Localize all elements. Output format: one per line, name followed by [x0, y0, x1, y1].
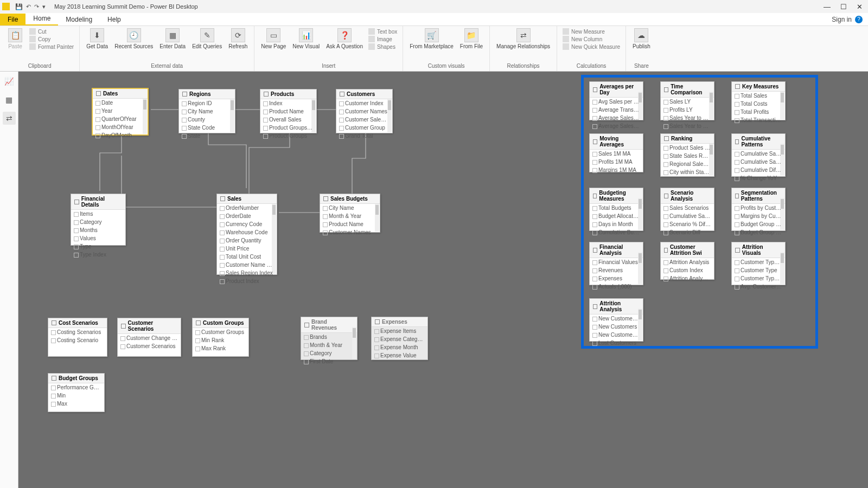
- table-header[interactable]: Segmentation Patterns: [732, 188, 785, 204]
- field-row[interactable]: Regional Sales Rank: [661, 160, 714, 168]
- new-column-button[interactable]: New Column: [563, 36, 620, 42]
- manage-relationships-button[interactable]: ⇄Manage Relationships: [493, 27, 553, 50]
- from-file-button[interactable]: 📁From File: [457, 27, 486, 50]
- field-row[interactable]: Product Groups: [260, 132, 316, 140]
- field-row[interactable]: QuarterOfYear: [93, 115, 148, 123]
- table-segmentation-patterns[interactable]: Segmentation PatternsProfits by Custom G…: [731, 188, 786, 231]
- from-marketplace-button[interactable]: 🛒From Marketplace: [406, 27, 457, 50]
- field-row[interactable]: Profits LY: [661, 106, 714, 114]
- table-dates[interactable]: DatesDateYearQuarterOfYearMonthOfYearDay…: [92, 88, 149, 136]
- field-row[interactable]: Brands: [301, 333, 357, 341]
- field-row[interactable]: Sales Scenarios: [661, 204, 714, 212]
- field-row[interactable]: Margins by Custom r: [732, 212, 785, 220]
- table-header[interactable]: Cumulative Patterns: [732, 134, 785, 150]
- table-header[interactable]: Financial Details: [71, 194, 125, 210]
- field-row[interactable]: Year: [93, 107, 148, 115]
- sign-in-link[interactable]: Sign in ?: [826, 14, 868, 25]
- field-row[interactable]: Avg. Customer Type: [732, 282, 785, 291]
- table-header[interactable]: Budgeting Measures: [590, 188, 643, 204]
- field-row[interactable]: DayOfMonth: [93, 131, 148, 139]
- field-row[interactable]: Sales Year to Date: [661, 114, 714, 122]
- field-row[interactable]: Warehouse Code: [217, 228, 277, 236]
- field-row[interactable]: Customer Scenarios: [118, 342, 181, 350]
- paste-button[interactable]: 📋Paste: [3, 27, 27, 50]
- field-row[interactable]: Unit Price: [217, 245, 277, 253]
- field-row[interactable]: Scenario Diff: [661, 228, 714, 236]
- table-header[interactable]: Time Comparison: [661, 82, 714, 98]
- field-row[interactable]: Revenues: [590, 266, 643, 274]
- field-row[interactable]: Grand Total: [336, 132, 392, 140]
- field-row[interactable]: Total Costs: [732, 100, 785, 108]
- field-row[interactable]: Attrition Analysis Type: [661, 274, 714, 282]
- field-row[interactable]: Cumulative Sales Sc: [661, 212, 714, 220]
- minimize-button[interactable]: —: [824, 3, 831, 11]
- table-header[interactable]: Financial Analysis: [590, 242, 643, 258]
- field-row[interactable]: Min: [48, 391, 104, 400]
- table-averages-per-day[interactable]: Averages per DayAvg Sales per DayAverage…: [589, 81, 643, 120]
- field-row[interactable]: Sales LY: [661, 98, 714, 106]
- field-row[interactable]: Overall Sales: [260, 115, 316, 124]
- tab-home[interactable]: Home: [25, 12, 58, 25]
- field-row[interactable]: Items: [71, 210, 125, 218]
- field-row[interactable]: State Sales Rank: [661, 152, 714, 160]
- new-quick-measure-button[interactable]: New Quick Measure: [563, 43, 620, 50]
- model-canvas[interactable]: DatesDateYearQuarterOfYearMonthOfYearDay…: [18, 72, 868, 488]
- field-row[interactable]: Average Sales per Cu: [590, 122, 643, 130]
- table-header[interactable]: Moving Averages: [590, 134, 643, 150]
- field-row[interactable]: Product Groups Ind: [260, 124, 316, 132]
- redo-icon[interactable]: ↷: [34, 3, 39, 10]
- field-row[interactable]: Min Rank: [193, 336, 248, 344]
- table-header[interactable]: Products: [260, 89, 316, 99]
- tab-help[interactable]: Help: [100, 14, 129, 25]
- table-time-comparison[interactable]: Time ComparisonSales LYProfits LYSales Y…: [660, 81, 714, 120]
- table-header[interactable]: Customer Scenarios: [118, 318, 181, 334]
- field-row[interactable]: Average Sales per M: [590, 114, 643, 122]
- new-page-button[interactable]: ▭New Page: [258, 27, 289, 50]
- field-row[interactable]: Budget Group Sales: [732, 220, 785, 228]
- field-row[interactable]: Average Transactions: [590, 106, 643, 114]
- field-row[interactable]: New Customers %: [590, 331, 643, 339]
- table-header[interactable]: Sales Budgets: [320, 194, 380, 204]
- get-data-button[interactable]: ⬇Get Data: [83, 27, 111, 50]
- field-row[interactable]: Cumulative Sales: [732, 150, 785, 158]
- table-header[interactable]: Dates: [93, 89, 148, 99]
- table-budget-groups[interactable]: Budget GroupsPerformance GroupsMinMax: [48, 373, 105, 412]
- table-header[interactable]: Cost Scenarios: [48, 318, 107, 328]
- image-button[interactable]: Image: [368, 36, 397, 42]
- field-row[interactable]: Margins 1M MA: [590, 166, 643, 174]
- table-header[interactable]: Regions: [179, 89, 235, 99]
- field-row[interactable]: New Customer Sales: [590, 314, 643, 323]
- table-customer-scenarios[interactable]: Customer ScenariosCustomer Change ScenCu…: [117, 318, 181, 357]
- field-row[interactable]: Category: [71, 218, 125, 226]
- table-header[interactable]: Customers: [336, 89, 392, 99]
- table-sales[interactable]: SalesOrderNumberOrderDateCurrency CodeWa…: [216, 194, 277, 275]
- field-row[interactable]: Total Budgets: [590, 204, 643, 212]
- field-row[interactable]: Expense Value: [372, 351, 427, 359]
- field-row[interactable]: Month & Year: [320, 212, 380, 220]
- field-row[interactable]: Expense Month: [372, 343, 427, 351]
- field-row[interactable]: Total Sales: [732, 92, 785, 100]
- field-row[interactable]: Budget Group Count: [732, 228, 785, 236]
- data-view-button[interactable]: ▦: [3, 93, 16, 106]
- field-row[interactable]: Customer Name Index: [217, 261, 277, 269]
- field-row[interactable]: Customer Groups: [193, 328, 248, 336]
- table-ranking[interactable]: RankingProduct Sales RankState Sales Ran…: [660, 133, 714, 177]
- table-header[interactable]: Custom Groups: [193, 318, 248, 328]
- table-header[interactable]: Scenario Analysis: [661, 188, 714, 204]
- field-row[interactable]: Expenses: [590, 274, 643, 282]
- table-expenses[interactable]: ExpensesExpense ItemsExpense CategoryExp…: [371, 317, 428, 360]
- table-brand-revenues[interactable]: Brand RevenuesBrandsMonth & YearCategory…: [301, 317, 358, 360]
- table-custom-groups[interactable]: Custom GroupsCustomer GroupsMin RankMax …: [192, 318, 249, 357]
- field-row[interactable]: New Customers: [590, 323, 643, 331]
- field-row[interactable]: Financial Values: [590, 258, 643, 266]
- field-row[interactable]: Months: [71, 226, 125, 234]
- field-row[interactable]: Total Unit Cost: [217, 253, 277, 261]
- field-row[interactable]: Product Index: [217, 277, 277, 285]
- field-row[interactable]: Attrition Analysis: [661, 258, 714, 266]
- field-row[interactable]: OrderDate: [217, 212, 277, 220]
- table-header[interactable]: Ranking: [661, 134, 714, 144]
- table-budgeting-measures[interactable]: Budgeting MeasuresTotal BudgetsBudget Al…: [589, 188, 643, 231]
- field-row[interactable]: Sales 1M MA: [590, 150, 643, 158]
- publish-button[interactable]: ☁Publish: [629, 27, 654, 50]
- table-header[interactable]: Sales: [217, 194, 277, 204]
